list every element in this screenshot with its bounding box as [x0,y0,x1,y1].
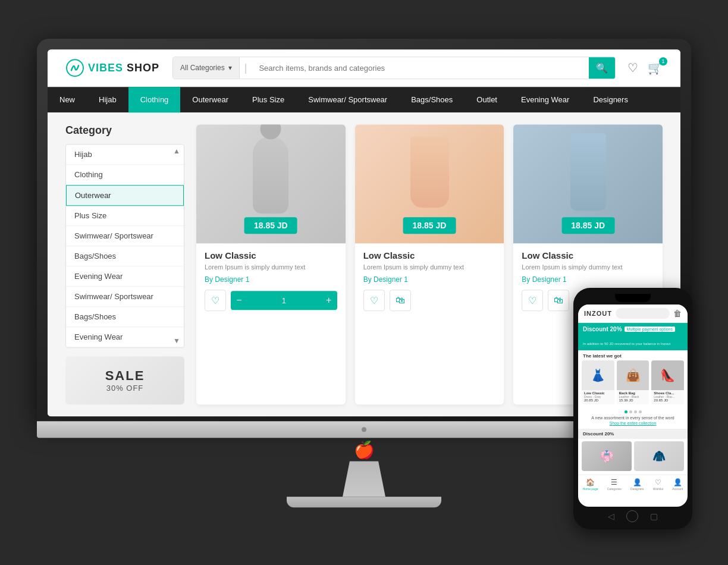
sidebar-item-bags[interactable]: Bags/Shoes [66,246,184,266]
logo[interactable]: VIBES SHOP [65,58,161,77]
nav-item-designers[interactable]: Designers [581,87,640,112]
app-product-3[interactable]: 👠 Shoes Cla... Leather - Blac... 20.65 J… [651,360,684,404]
app-nav-designers-label: Designers [630,487,644,491]
sidebar-item-eveningwear2[interactable]: Evening Wear [66,327,184,347]
app-discount2-product-2[interactable]: 🧥 [634,441,684,471]
qty-increase-1[interactable]: + [321,291,337,310]
sidebar-item-outerwear[interactable]: Outerwear [66,185,184,206]
dot-1[interactable] [625,410,627,413]
cart-btn-2[interactable]: 🛍 [390,290,411,312]
nav-item-eveningwear[interactable]: Evening Wear [509,87,581,112]
app-cart-icon[interactable]: 🗑 [673,309,682,318]
categories-icon: ☰ [611,478,617,486]
wishlist-button[interactable]: ♡ [627,61,638,75]
nav-item-clothing[interactable]: Clothing [128,87,181,112]
logo-text: VIBES SHOP [88,62,159,74]
nav-item-outlet[interactable]: Outlet [465,87,509,112]
dot-3[interactable] [634,410,637,413]
wishlist-btn-1[interactable]: ♡ [205,290,226,312]
app-discount2-product-1[interactable]: 👘 [582,441,632,471]
product-desc-3: Lorem Ipsum is simply dummy text [522,263,654,272]
heart-icon: ♡ [627,61,638,74]
header-icons: ♡ 🛒 1 [627,61,663,75]
iphone-notch [615,294,651,302]
main-nav: New Hijab Clothing Outerwear Plus Size [48,87,680,112]
cart-badge: 1 [659,57,667,65]
search-button[interactable]: 🔍 [589,56,615,79]
dot-4[interactable] [639,410,642,413]
product-image-3: 18.85 JD [513,124,663,243]
wishlist-btn-2[interactable]: ♡ [363,290,385,312]
app-discount2-products: 👘 🧥 [578,439,688,475]
cart-button[interactable]: 🛒 1 [648,61,663,75]
sidebar-item-hijab[interactable]: Hijab [66,145,184,165]
app-tagline: A new assortment in every sense of the w… [578,416,688,421]
recent-apps-btn[interactable]: ▢ [650,511,658,521]
app-nav-account[interactable]: 👤 Account [672,478,683,491]
chevron-down-icon: ▾ [228,64,232,72]
sidebar-item-eveningwear[interactable]: Evening Wear [66,266,184,287]
wishlist-btn-3[interactable]: ♡ [522,290,543,312]
app-discount-banner: Discount 20% Multiple payment options [578,323,688,335]
scroll-up-icon[interactable]: ▲ [173,147,180,155]
back-btn[interactable]: ◁ [608,511,614,521]
product-figure-3 [570,133,606,211]
product-actions-1: ♡ − 1 + [205,290,337,312]
dot-2[interactable] [629,410,632,413]
sidebar-item-swimwear[interactable]: Swimwear/ Sportswear [66,226,184,246]
sidebar-title: Category [65,124,184,137]
sidebar-item-plussize[interactable]: Plus Size [66,206,184,226]
sidebar-item-clothing[interactable]: Clothing [66,165,184,185]
app-product-1[interactable]: 👗 Low Classic Dress - Grey 20.85 JD [582,360,614,404]
sidebar-item-bags2[interactable]: Bags/Shoes [66,307,184,327]
product-figure-1 [253,136,288,214]
app-product-img-3: 👠 [651,360,684,390]
logo-icon [65,58,84,77]
product-designer-3[interactable]: By Designer 1 [522,276,654,284]
imac-camera [362,427,366,432]
search-input[interactable] [252,64,589,73]
app-discount2-banner: Discount 20% [578,429,688,439]
product-designer-2[interactable]: By Designer 1 [363,276,496,284]
cart-btn-3[interactable]: 🛍 [548,290,569,312]
nav-item-new[interactable]: New [48,87,87,112]
product-card-1: 18.85 JD Low Classic Lorem Ipsum is simp… [196,124,346,404]
qty-decrease-1[interactable]: − [231,291,247,310]
app-product-name-1: Low Classic [582,390,614,395]
heart-icon-1: ♡ [211,295,219,306]
app-nav-wishlist[interactable]: ♡ Wishlist [653,478,663,491]
category-dropdown[interactable]: All Categories ▾ [173,57,240,79]
app-collection-link[interactable]: Shop the entire collection [578,421,688,429]
scroll-down-icon[interactable]: ▼ [173,337,180,345]
app-discount-sub: In addition to 50 JD recovered to your b… [578,335,688,350]
search-icon: 🔍 [596,62,608,74]
qty-control-1: − 1 + [231,291,337,310]
nav-item-outerwear[interactable]: Outerwear [180,87,240,112]
home-button[interactable] [626,510,638,522]
home-icon: 🏠 [586,478,595,486]
product-desc-2: Lorem Ipsum is simply dummy text [363,263,496,272]
app-nav-categories-label: Categories [607,487,622,491]
nav-item-swimwear[interactable]: Swimwear/ Sportswear [296,87,399,112]
sale-text: SALE [77,368,172,384]
nav-item-bags[interactable]: Bags/Shoes [399,87,465,112]
product-actions-2: ♡ 🛍 [363,290,496,312]
wishlist-nav-icon: ♡ [655,478,661,486]
nav-item-plussize[interactable]: Plus Size [240,87,296,112]
app-nav-home[interactable]: 🏠 Home page [583,478,598,491]
imac-stand-neck [328,461,400,497]
app-discount2-img-1: 👘 [582,441,632,471]
product-designer-1[interactable]: By Designer 1 [205,276,337,284]
nav-item-hijab[interactable]: Hijab [87,87,128,112]
sidebar-item-swimwear2[interactable]: Swimwear/ Sportswear [66,287,184,307]
app-nav-categories[interactable]: ☰ Categories [607,478,622,491]
scene: VIBES SHOP All Categories ▾ | 🔍 [0,0,728,565]
app-product-price-3: 20.65 JD [651,398,684,404]
app-search-input[interactable] [616,308,670,319]
site-header: VIBES SHOP All Categories ▾ | 🔍 [48,49,680,87]
app-product-price-2: 15.39 JD [617,398,649,404]
app-nav-designers[interactable]: 👤 Designers [630,478,644,491]
price-badge-2: 18.85 JD [403,217,456,234]
account-icon: 👤 [673,478,682,486]
app-product-2[interactable]: 👜 Back Bag Leather - Black 15.39 JD [617,360,649,404]
